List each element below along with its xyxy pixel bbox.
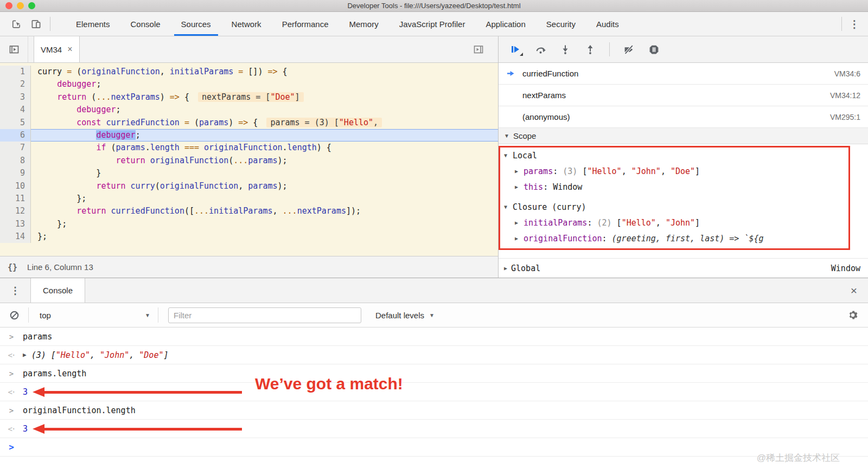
scope-row-params[interactable]: ▶params: (3) ["Hello", "John", "Doe"]	[499, 163, 868, 179]
scope-var-preview: (2) ["Hello", "John"]	[597, 218, 700, 228]
tab-security[interactable]: Security	[536, 12, 586, 36]
deactivate-breakpoints-icon[interactable]	[623, 43, 635, 55]
tab-audits[interactable]: Audits	[586, 12, 629, 36]
code-line-2: 2 debugger;	[0, 78, 498, 91]
console-input-expression: originalFunction.length	[23, 406, 136, 415]
scope-row-global[interactable]: ▶ Global Window	[499, 258, 868, 278]
scope-var-preview: Window	[553, 182, 582, 192]
line-number-7[interactable]: 7	[0, 142, 31, 154]
line-number-3[interactable]: 3	[0, 91, 31, 104]
scope-row-this[interactable]: ▶this: Window	[499, 179, 868, 195]
line-number-9[interactable]: 9	[0, 167, 31, 179]
context-selector[interactable]: top ▼	[29, 311, 158, 320]
scope-row-closure-curry-[interactable]: ▼Closure (curry)	[499, 199, 868, 215]
line-number-10[interactable]: 10	[0, 180, 31, 192]
code-text: return curry(originalFunction, params);	[31, 180, 498, 192]
code-text: };	[31, 230, 498, 243]
console-input-entry: >originalFunction.length	[0, 401, 868, 420]
console-prompt-chevron-icon: >	[0, 442, 23, 452]
line-number-13[interactable]: 13	[0, 218, 31, 230]
frame-name: (anonymous)	[522, 112, 570, 121]
return-value-icon: <·	[0, 425, 23, 433]
chevron-right-icon: ▶	[515, 168, 524, 174]
file-tab-close-icon[interactable]: ×	[67, 44, 72, 54]
line-number-12[interactable]: 12	[0, 205, 31, 217]
line-number-14[interactable]: 14	[0, 230, 31, 243]
divider	[158, 307, 158, 323]
line-number-6[interactable]: 6	[0, 129, 31, 142]
line-number-11[interactable]: 11	[0, 192, 31, 205]
inline-eval-annotation: params = (3) ["Hello",	[266, 118, 382, 127]
code-text: const curriedFunction = (params) => {par…	[31, 117, 498, 129]
more-options-icon[interactable]: ⋮	[846, 18, 863, 30]
console-tab[interactable]: Console	[30, 278, 85, 303]
scope-row-local[interactable]: ▼Local	[499, 147, 868, 163]
scope-tree: ▼Local▶params: (3) ["Hello", "John", "Do…	[499, 144, 868, 258]
divider	[50, 17, 50, 31]
scope-row-initialParams[interactable]: ▶initialParams: (2) ["Hello", "John"]	[499, 215, 868, 230]
navigator-toggle-icon[interactable]	[0, 36, 28, 62]
pause-on-exceptions-icon[interactable]	[648, 43, 660, 55]
chevron-down-icon: ▼	[504, 133, 509, 139]
call-stack-list: curriedFunctionVM34:6nextParamsVM34:12(a…	[499, 63, 868, 128]
tab-elements[interactable]: Elements	[66, 12, 120, 36]
file-tab-vm34[interactable]: VM34 ×	[34, 36, 80, 62]
code-text: }	[31, 167, 498, 179]
tab-network[interactable]: Network	[221, 12, 272, 36]
scope-section-header[interactable]: ▼ Scope	[499, 128, 868, 144]
log-levels-selector[interactable]: Default levels ▼	[375, 311, 435, 320]
divider	[609, 42, 610, 56]
line-number-2[interactable]: 2	[0, 78, 31, 91]
step-out-icon[interactable]	[584, 43, 596, 55]
scope-global-value: Window	[831, 264, 860, 273]
step-into-icon[interactable]	[559, 43, 571, 55]
tab-javascript-profiler[interactable]: JavaScript Profiler	[389, 12, 476, 36]
scope-row-originalFunction[interactable]: ▶originalFunction: (greeting, first, las…	[499, 230, 868, 246]
call-stack-frame-curriedFunction[interactable]: curriedFunctionVM34:6	[499, 63, 868, 85]
line-number-5[interactable]: 5	[0, 117, 31, 129]
close-drawer-icon[interactable]: ×	[840, 278, 868, 303]
step-over-icon[interactable]	[534, 43, 546, 55]
scope-var-preview: (greeting, first, last) => `${g	[612, 234, 764, 243]
pretty-print-icon[interactable]: {}	[8, 262, 17, 272]
call-stack-frame-anonymous[interactable]: (anonymous)VM295:1	[499, 106, 868, 128]
debugger-sidebar-toggle-icon[interactable]	[464, 44, 493, 55]
line-number-4[interactable]: 4	[0, 104, 31, 116]
tab-memory[interactable]: Memory	[339, 12, 389, 36]
tab-sources[interactable]: Sources	[171, 12, 221, 36]
clear-console-icon[interactable]	[0, 310, 28, 320]
sources-pane: VM34 × 1curry = (originalFunction, initi…	[0, 36, 499, 278]
drawer-menu-icon[interactable]: ⋮	[0, 278, 30, 303]
code-editor[interactable]: 1curry = (originalFunction, initialParam…	[0, 63, 498, 256]
devtools-tabs: ElementsConsoleSourcesNetworkPerformance…	[66, 12, 629, 36]
file-tab-strip: VM34 ×	[0, 36, 498, 63]
tab-console[interactable]: Console	[120, 12, 171, 36]
filter-input[interactable]	[168, 307, 361, 323]
tab-performance[interactable]: Performance	[272, 12, 339, 36]
inspect-element-icon[interactable]	[7, 16, 26, 32]
console-prompt[interactable]: >	[0, 438, 868, 457]
code-line-7: 7 if (params.length === originalFunction…	[0, 142, 498, 154]
expand-triangle-icon[interactable]: ▶	[23, 351, 27, 358]
chevron-right-icon: ▶	[504, 265, 507, 271]
frame-name: nextParams	[522, 91, 566, 100]
code-text: return curriedFunction([...initialParams…	[31, 205, 498, 217]
scope-var-name: originalFunction	[524, 234, 602, 243]
code-text: };	[31, 192, 498, 205]
inline-eval-annotation: nextParams = ["Doe"]	[198, 92, 304, 102]
code-text: debugger;	[31, 129, 498, 142]
resume-script-icon[interactable]	[509, 43, 521, 55]
chevron-down-icon: ▼	[145, 312, 150, 318]
code-text: if (params.length === originalFunction.l…	[31, 142, 498, 154]
console-result-value: 3	[23, 387, 28, 397]
call-stack-frame-nextParams[interactable]: nextParamsVM34:12	[499, 85, 868, 106]
tab-application[interactable]: Application	[475, 12, 535, 36]
return-value-icon: <·	[0, 388, 23, 396]
line-number-1[interactable]: 1	[0, 66, 31, 78]
debugger-pane: curriedFunctionVM34:6nextParamsVM34:12(a…	[499, 36, 868, 278]
code-line-10: 10 return curry(originalFunction, params…	[0, 180, 498, 192]
console-settings-gear-icon[interactable]	[838, 310, 868, 320]
line-number-8[interactable]: 8	[0, 155, 31, 167]
device-toolbar-icon[interactable]	[26, 16, 46, 32]
code-line-14: 14};	[0, 230, 498, 243]
